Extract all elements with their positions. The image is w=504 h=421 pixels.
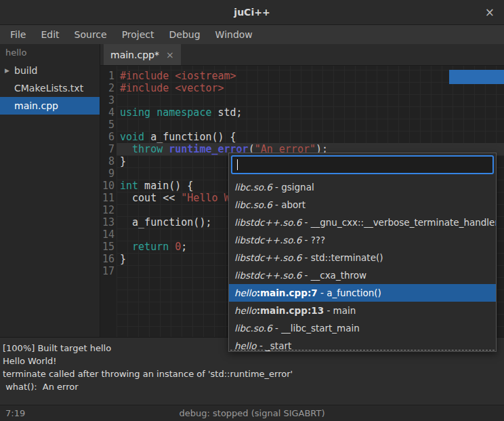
backtrace-item-text: - ??? [301,235,325,245]
line-number[interactable]: 8 [100,155,117,167]
menu-item-edit[interactable]: Edit [33,25,66,44]
code-line[interactable]: #include <iostream> [117,70,504,82]
line-number[interactable]: 16 [100,253,117,265]
line-number[interactable]: 5 [100,119,117,131]
backtrace-item-text: libc.so.6 [234,182,272,193]
popup-search-input[interactable] [232,157,492,173]
tab-close-icon[interactable]: × [166,49,174,60]
line-number[interactable]: 1 [100,70,117,82]
output-line: terminate called after throwing an insta… [3,367,504,380]
tab-label: main.cpp* [110,49,159,60]
backtrace-item-text: - __gnu_cxx::__verbose_terminate_handler… [301,217,496,228]
backtrace-item[interactable]: libc.so.6 - gsignal [229,178,496,196]
menu-item-source[interactable]: Source [67,25,114,44]
backtrace-item-text: :main.cpp:13 [257,305,324,316]
backtrace-item[interactable]: libstdc++.so.6 - __cxa_throw [229,266,496,284]
file-tree-panel: hello ▶buildCMakeLists.txtmain.cpp [0,44,100,337]
app-window: juCi++ × FileEditSourceProjectDebugWindo… [0,0,504,421]
line-number[interactable]: 2 [100,82,117,94]
backtrace-item-text: - abort [272,199,306,210]
window-close-button[interactable]: × [482,0,497,24]
backtrace-item[interactable]: hello - _start [229,337,496,352]
code-token: throw [132,143,163,155]
backtrace-item-text: libstdc++.so.6 [234,217,301,228]
line-number[interactable]: 15 [100,241,117,253]
backtrace-item-text: libstdc++.so.6 [234,252,301,263]
tree-item-cmakelists-txt[interactable]: CMakeLists.txt [0,79,100,97]
backtrace-item-text: libstdc++.so.6 [234,270,301,281]
tab-main-cpp[interactable]: main.cpp* × [104,44,181,65]
line-number[interactable]: 4 [100,106,117,119]
code-line[interactable] [117,94,504,106]
line-number[interactable]: 3 [100,94,117,106]
line-number-gutter[interactable]: 1234567891011121314151617 [100,66,117,337]
backtrace-item-text: - a_function() [318,287,381,298]
code-token: void [120,131,144,143]
code-token: a_function() { [144,131,236,143]
backtrace-item-text: libc.so.6 [234,199,272,210]
menu-bar: FileEditSourceProjectDebugWindow [0,25,504,44]
line-number[interactable]: 12 [100,204,117,216]
code-token: using namespace [120,106,211,119]
line-number[interactable]: 9 [100,167,117,180]
backtrace-item-text: - std::terminate() [301,252,383,263]
backtrace-item[interactable]: libstdc++.so.6 - ??? [229,231,496,249]
project-name-header: hello [0,44,100,62]
backtrace-item[interactable]: libc.so.6 - abort [229,196,496,214]
line-number[interactable]: 7 [100,143,117,155]
backtrace-item-text: libstdc++.so.6 [234,235,301,245]
window-title: juCi++ [234,7,270,18]
line-number[interactable]: 17 [100,265,117,277]
code-line[interactable]: #include <vector> [117,82,504,94]
line-number[interactable]: 14 [100,228,117,241]
backtrace-item[interactable]: hello:main.cpp:7 - a_function() [229,284,496,302]
code-token: ; [181,241,187,253]
file-tree: ▶buildCMakeLists.txtmain.cpp [0,62,100,115]
tree-item-main-cpp[interactable]: main.cpp [0,97,100,115]
code-token: a_function(); [120,216,211,228]
code-token: cout << [120,192,181,204]
line-number[interactable]: 11 [100,192,117,204]
tree-item-label: main.cpp [14,97,58,115]
text-caret [237,159,238,170]
backtrace-item-text: - __cxa_throw [301,270,366,281]
output-line: Hello World! [3,355,504,367]
popup-search-field[interactable] [231,155,494,174]
menu-item-debug[interactable]: Debug [162,25,208,44]
title-bar: juCi++ × [0,0,504,25]
code-token: #include <vector> [120,82,224,94]
code-line[interactable]: using namespace std; [117,106,504,119]
code-token: main() { [138,180,193,192]
code-line[interactable]: void a_function() { [117,131,504,143]
tree-item-build[interactable]: ▶build [0,62,100,79]
status-bar: 7:19 debug: stopped (signal SIGABRT) [0,405,504,421]
code-token [163,143,169,155]
backtrace-item[interactable]: hello:main.cpp:13 - main [229,302,496,319]
line-number[interactable]: 13 [100,216,117,228]
backtrace-item-text: libc.so.6 [234,323,272,334]
code-token [120,241,132,253]
code-token: #include <iostream> [120,70,236,82]
line-number[interactable]: 10 [100,180,117,192]
backtrace-item[interactable]: libstdc++.so.6 - std::terminate() [229,249,496,266]
expander-icon[interactable]: ▶ [5,62,14,79]
backtrace-item[interactable]: libc.so.6 - __libc_start_main [229,319,496,337]
backtrace-item[interactable]: libstdc++.so.6 - __gnu_cxx::__verbose_te… [229,214,496,231]
tree-item-label: build [14,62,37,79]
code-token: int [120,180,138,192]
menu-item-file[interactable]: File [3,25,33,44]
backtrace-item-text: - gsignal [272,182,314,193]
backtrace-popup: libc.so.6 - gsignallibc.so.6 - abortlibs… [228,153,497,352]
tab-bar: main.cpp* × [100,44,504,66]
backtrace-item-text: - __libc_start_main [272,323,360,334]
code-token: std; [211,106,242,119]
line-number[interactable]: 6 [100,131,117,143]
backtrace-item-text: - _start [257,340,292,351]
menu-item-project[interactable]: Project [114,25,162,44]
code-token: } [120,155,126,167]
code-line[interactable] [117,119,504,131]
scrollbar-thumb[interactable] [449,70,504,84]
menu-item-window[interactable]: Window [208,25,260,44]
backtrace-list: libc.so.6 - gsignallibc.so.6 - abortlibs… [229,178,496,352]
backtrace-item-text: - main [324,305,356,316]
